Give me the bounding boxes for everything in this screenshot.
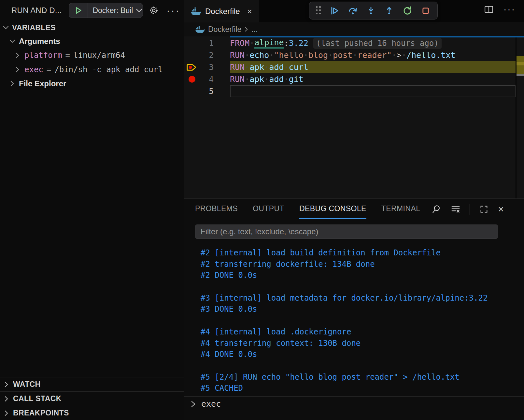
line-number: 2	[198, 51, 214, 60]
gear-icon[interactable]	[149, 6, 159, 15]
console-filter-input[interactable]	[195, 224, 498, 239]
start-debugging-button[interactable]: Docker: Buil	[69, 3, 143, 18]
console-line	[201, 281, 521, 292]
split-editor-icon[interactable]	[484, 5, 494, 14]
tab-output[interactable]: OUTPUT	[253, 199, 284, 219]
ellipsis-icon[interactable]: ···	[166, 7, 180, 14]
clear-console-icon[interactable]	[450, 204, 461, 214]
debug-config-label[interactable]: Docker: Buil	[88, 6, 133, 15]
repl-value[interactable]: exec	[201, 399, 221, 409]
variable-row-platform[interactable]: platform = linux/arm64	[0, 48, 184, 62]
breakpoint-icon[interactable]	[189, 76, 195, 83]
close-panel-icon[interactable]: ×	[498, 204, 504, 214]
code-line-content[interactable]: FROM·alpine:3.22 (last pushed 16 hours a…	[230, 37, 516, 49]
current-instruction-icon[interactable]	[186, 63, 197, 72]
step-over-icon[interactable]	[347, 6, 358, 16]
chevron-right-icon	[191, 400, 196, 408]
chevron-right-icon[interactable]	[9, 80, 16, 87]
maximize-panel-icon[interactable]	[479, 204, 489, 214]
continue-icon[interactable]	[329, 6, 340, 16]
file-explorer-group-row[interactable]: File Explorer	[0, 77, 184, 90]
sidebar-empty-space	[0, 90, 184, 377]
sidebar-title: RUN AND D...	[11, 6, 62, 15]
bottom-panel: PROBLEMS OUTPUT DEBUG CONSOLE TERMINAL ×	[184, 198, 524, 420]
gutter-marker-slot[interactable]	[184, 63, 198, 72]
code-line-content[interactable]: RUN·echo·"hello·blog·post·reader"·>·/hel…	[230, 49, 516, 61]
tab-problems[interactable]: PROBLEMS	[195, 199, 238, 219]
editor-gutter[interactable]: 5	[184, 85, 230, 97]
tab-terminal[interactable]: TERMINAL	[381, 199, 420, 219]
restart-icon[interactable]	[402, 6, 413, 16]
editor-gutter[interactable]: 2	[184, 49, 230, 61]
code-line-content[interactable]	[230, 85, 516, 97]
breadcrumb-more[interactable]: ...	[251, 25, 258, 34]
breadcrumb-file[interactable]: Dockerfile	[208, 25, 241, 34]
code-line[interactable]: 2 RUN·echo·"hello·blog·post·reader"·>·/h…	[184, 49, 516, 61]
file-explorer-group-label: File Explorer	[19, 79, 66, 88]
editor-gutter[interactable]: 3	[184, 61, 230, 73]
console-line: #4 transferring context: 130B done	[201, 338, 521, 349]
stop-icon[interactable]	[420, 6, 431, 16]
chevron-down-icon[interactable]	[3, 24, 9, 31]
console-line: #5 CACHED	[201, 383, 521, 394]
code-lines: 1 FROM·alpine:3.22 (last pushed 16 hours…	[184, 37, 516, 97]
code-line[interactable]: 1 FROM·alpine:3.22 (last pushed 16 hours…	[184, 37, 516, 49]
chevron-right-icon[interactable]	[3, 410, 10, 416]
gutter-marker-slot[interactable]	[184, 76, 198, 83]
docker-whale-icon	[195, 26, 205, 33]
code-line-content[interactable]: RUN·apk·add·git	[230, 73, 516, 85]
chevron-down-icon[interactable]	[9, 38, 16, 45]
console-line	[201, 315, 521, 326]
watch-section-header[interactable]: WATCH	[0, 377, 184, 391]
tab-debug-console[interactable]: DEBUG CONSOLE	[299, 199, 366, 219]
ellipsis-icon[interactable]: ···	[503, 7, 516, 12]
variable-row-exec[interactable]: exec = /bin/sh -c apk add curl	[0, 62, 184, 77]
play-icon[interactable]	[69, 3, 88, 18]
chevron-right-icon	[245, 27, 248, 32]
line-number: 4	[198, 75, 214, 84]
overview-ruler[interactable]	[516, 36, 524, 198]
console-line: #2 DONE 0.0s	[201, 270, 521, 281]
arguments-group-row[interactable]: Arguments	[0, 34, 184, 48]
breakpoints-section-header[interactable]: BREAKPOINTS	[0, 406, 184, 420]
code-editor[interactable]: 1 FROM·alpine:3.22 (last pushed 16 hours…	[184, 36, 524, 198]
code-line[interactable]: 3 RUN·apk·add·curl	[184, 61, 516, 73]
console-line: #2 transferring dockerfile: 134B done	[201, 259, 521, 270]
editor-gutter[interactable]: 1	[184, 37, 230, 49]
line-number: 5	[198, 87, 214, 96]
ruler-mark-cursor	[517, 74, 524, 76]
filter-row	[184, 219, 524, 239]
debug-console-output[interactable]: #2 [internal] load build definition from…	[184, 239, 524, 397]
divider	[470, 204, 470, 215]
chevron-right-icon[interactable]	[14, 52, 21, 59]
chevron-right-icon[interactable]	[3, 381, 10, 388]
editor-actions: ···	[484, 5, 516, 14]
variable-name: platform	[24, 51, 62, 60]
search-icon[interactable]	[431, 204, 442, 214]
variables-header-label: VARIABLES	[12, 23, 56, 32]
step-into-icon[interactable]	[366, 6, 376, 16]
chevron-down-icon[interactable]	[135, 8, 143, 13]
breadcrumb: Dockerfile ...	[184, 22, 524, 36]
line-number: 1	[198, 39, 214, 48]
tab-label[interactable]: Dockerfile	[205, 7, 240, 16]
call-stack-section-header[interactable]: CALL STACK	[0, 391, 184, 406]
code-line[interactable]: 4 RUN·apk·add·git	[184, 73, 516, 85]
debug-toolbar	[309, 2, 438, 20]
variables-section-header[interactable]: VARIABLES	[0, 21, 184, 34]
arguments-group-label: Arguments	[19, 37, 60, 46]
code-line-content[interactable]: RUN·apk·add·curl	[230, 61, 516, 73]
chevron-right-icon[interactable]	[3, 396, 10, 402]
step-out-icon[interactable]	[384, 6, 394, 16]
code-line[interactable]: 5	[184, 85, 516, 97]
drag-grip-icon[interactable]	[316, 6, 321, 15]
tab-dockerfile[interactable]: Dockerfile ×	[184, 0, 259, 22]
variable-value: /bin/sh -c apk add curl	[54, 65, 163, 74]
call-stack-label: CALL STACK	[13, 394, 62, 403]
console-line: #3 [internal] load metadata for docker.i…	[201, 292, 521, 304]
debug-repl-input[interactable]: exec	[184, 397, 524, 411]
console-line: #5 [2/4] RUN echo "hello blog post reade…	[201, 372, 521, 383]
close-icon[interactable]: ×	[247, 7, 252, 16]
editor-gutter[interactable]: 4	[184, 73, 230, 85]
chevron-right-icon[interactable]	[14, 66, 21, 73]
